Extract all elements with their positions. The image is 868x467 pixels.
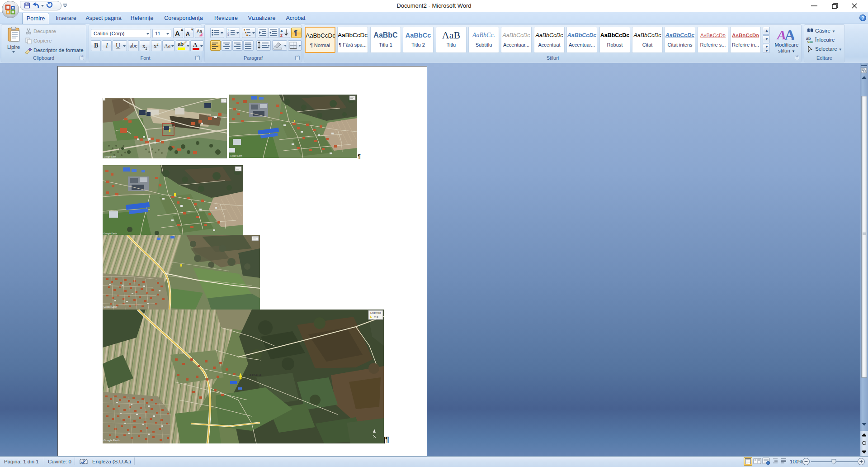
svg-text:Google Earth: Google Earth <box>104 305 117 308</box>
svg-text:Google Earth: Google Earth <box>104 156 116 158</box>
svg-text:C.F.: C.F. <box>374 316 379 319</box>
svg-text:A: A <box>280 29 283 33</box>
svg-text:A: A <box>784 27 794 41</box>
svg-text:Google Earth: Google Earth <box>230 155 242 157</box>
svg-text:F. 416484: F. 416484 <box>245 373 262 377</box>
svg-text:Z: Z <box>280 33 283 38</box>
svg-text:Google Earth: Google Earth <box>104 439 119 442</box>
svg-text:Legendă: Legendă <box>370 311 381 314</box>
svg-text:3: 3 <box>227 33 229 36</box>
svg-text:ac: ac <box>808 39 813 43</box>
